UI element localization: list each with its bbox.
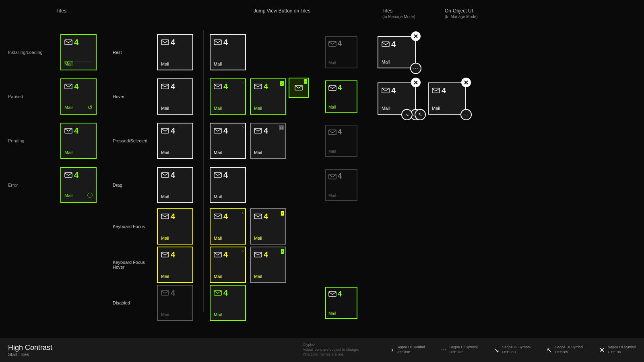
mail-icon-jump-kbfocushover	[214, 252, 222, 257]
more-button-3[interactable]: ···	[460, 109, 472, 120]
glyph-1: › Segoe UI SymbolU+E09B	[391, 345, 425, 354]
tile-error[interactable]: 4 Mail ⓘ	[60, 167, 97, 203]
jump-view-header: Jump View Button on Tiles	[254, 8, 310, 14]
footer-subtitle: Start: Tiles	[8, 352, 52, 357]
manage-tile-4[interactable]: 4 Mail	[325, 169, 357, 201]
state-label-installing: Installing/Loading	[8, 30, 60, 74]
pressed-label: Pressed/Selected	[113, 119, 157, 163]
tile-pressed[interactable]: 4 Mail	[157, 123, 193, 159]
tile-label-rest: Mail	[161, 62, 169, 66]
manage-tile-disabled[interactable]: 4 Mail	[325, 287, 357, 319]
mail-icon-manage-1	[328, 41, 336, 47]
jump-btn-floating[interactable]: ›	[289, 78, 309, 98]
nw-arrow[interactable]: ↖	[415, 109, 426, 120]
svg-rect-31	[382, 88, 389, 93]
tile-rest[interactable]: 4 Mail	[157, 34, 193, 70]
tile-badge-paused: 4	[74, 82, 78, 90]
footer-glyphs: Glyphs* Actual icons are subject to chan…	[303, 343, 636, 357]
tile-jump-disabled[interactable]: 4 Mail	[210, 285, 246, 321]
tile-kbfocus[interactable]: 4 Mail	[157, 208, 193, 245]
footer-title: High Contrast	[8, 343, 52, 352]
svg-rect-7	[161, 173, 169, 177]
state-label-error: Error	[8, 163, 60, 207]
svg-rect-4	[161, 40, 169, 45]
mail-icon-jump-pressed	[214, 128, 222, 134]
tile-kbfocushover[interactable]: 4 Mail	[157, 247, 193, 283]
tile-hover[interactable]: 4 Mail	[157, 78, 193, 115]
tile-badge-kbfocus: 4	[171, 212, 175, 220]
mail-icon-error	[64, 172, 72, 178]
manage-tile-1[interactable]: 4 Mail	[325, 36, 357, 68]
tile-jump-kbfocushover[interactable]: 4 › Mail	[210, 247, 246, 283]
close-button-2[interactable]	[411, 78, 421, 87]
onobj-tile-1[interactable]: 4 Mail	[378, 36, 416, 68]
close-button-3[interactable]	[461, 78, 471, 87]
refresh-icon: ↺	[88, 104, 93, 111]
footer: High Contrast Start: Tiles Glyphs* Actua…	[0, 338, 644, 362]
jump-arrow-pressed: ›	[242, 125, 244, 130]
tile-jump-hover[interactable]: 4 › Mail	[210, 78, 246, 115]
svg-rect-13	[214, 128, 221, 133]
onobj-tile-wrap-1: 4 Mail ···	[378, 36, 416, 68]
jump-kbfocus-indicator: ›	[281, 211, 284, 216]
jump-arrow-kbfocus: ›	[242, 211, 244, 215]
tile-jump-kbfocus-right[interactable]: 4 › Mail	[250, 208, 286, 245]
tile-badge-disabled: 4	[171, 289, 175, 297]
mail-icon-onobj-3	[432, 88, 440, 93]
tile-jump-rest[interactable]: 4 Mail	[210, 34, 246, 70]
kbfocushover-label: Keyboard Focus Hover	[113, 245, 157, 284]
tile-disabled[interactable]: 4 Mail	[157, 285, 193, 321]
svg-rect-17	[214, 290, 221, 295]
hover-label: Hover	[113, 74, 157, 119]
tile-jump-pressed-right[interactable]: 4 □ Mail	[250, 123, 286, 159]
tile-jump-kbfocus[interactable]: 4 › Mail	[210, 208, 246, 245]
tile-installing[interactable]: 4 Mail	[60, 34, 97, 70]
mail-icon-jump-disabled	[214, 290, 222, 296]
manage-tile-2[interactable]: 4 Mail	[325, 80, 357, 113]
mail-icon-jump-kbfocus	[214, 214, 222, 219]
svg-rect-34	[432, 88, 440, 93]
tile-paused[interactable]: 4 Mail ↺	[60, 78, 97, 115]
tile-jump-kbfocushover-right[interactable]: 4 › Mail	[250, 247, 286, 283]
svg-rect-15	[214, 214, 221, 219]
mail-icon-jump-kbfocushover-right	[254, 252, 262, 257]
glyph-5: ✕ Segoe UI SymbolU+E196	[599, 345, 636, 354]
more-button-1[interactable]: ···	[410, 63, 421, 74]
mail-icon-drag	[161, 172, 169, 178]
tiles-manage-header: Tiles (In Manage Mode)	[382, 8, 415, 19]
svg-rect-23	[329, 41, 336, 46]
manage-tile-3[interactable]: 4 Mail	[325, 125, 357, 157]
tile-label-disabled: Mail	[161, 312, 169, 317]
mail-icon-manage-3	[328, 130, 336, 135]
disabled-label: Disabled	[113, 284, 157, 322]
jump-arrow-kbfocushover: ›	[242, 249, 244, 253]
svg-rect-14	[214, 173, 221, 177]
tile-pending[interactable]: 4 Mail	[60, 123, 97, 159]
tile-drag[interactable]: 4 Mail	[157, 167, 193, 203]
svg-rect-25	[329, 130, 336, 135]
svg-rect-16	[214, 252, 221, 257]
tile-jump-hover-active[interactable]: 4 › Mail	[250, 78, 286, 115]
tile-badge-hover: 4	[171, 82, 175, 90]
se-arrow[interactable]: ↘	[401, 109, 413, 120]
corner-arrows: ↘ ↖	[401, 109, 426, 120]
svg-rect-27	[329, 292, 336, 296]
tile-badge-rest: 4	[171, 38, 175, 46]
svg-rect-9	[161, 252, 169, 257]
rest-label: Rest	[113, 30, 157, 74]
drag-label: Drag	[113, 163, 157, 207]
tile-label-kbfocus: Mail	[161, 236, 169, 241]
svg-rect-26	[329, 174, 336, 179]
onobj-header: On-Object UI (In Manage Mode)	[445, 8, 478, 19]
section-divider-2	[319, 30, 319, 312]
onobj-tile-3[interactable]: 4 Mail	[428, 82, 466, 115]
mail-icon-hover	[161, 84, 169, 89]
footer-brand: High Contrast Start: Tiles	[8, 343, 52, 357]
mail-icon-manage-2	[328, 85, 336, 91]
svg-rect-6	[161, 128, 169, 133]
close-button-1[interactable]	[411, 31, 421, 41]
mail-icon-jump-drag	[214, 172, 222, 178]
tile-jump-drag[interactable]: 4 Mail	[210, 167, 246, 203]
jump-pressed-indicator: □	[279, 125, 284, 130]
tile-jump-pressed[interactable]: 4 › Mail	[210, 123, 246, 159]
